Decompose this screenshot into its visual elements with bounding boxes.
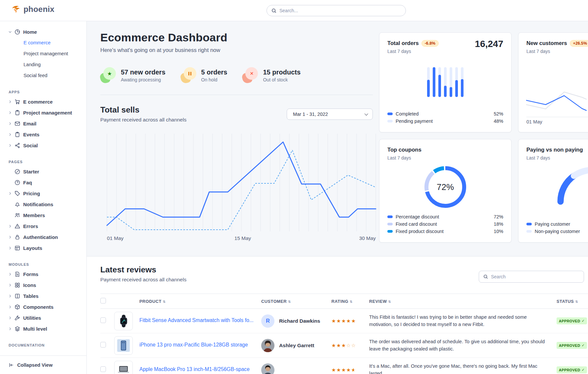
reviews-search[interactable] [479,271,584,283]
row-checkbox[interactable] [100,342,106,348]
sidebar-item-layouts[interactable]: Layouts [9,243,86,254]
sidebar-item-faq[interactable]: Faq [9,177,86,188]
row-checkbox[interactable] [100,317,106,323]
sidebar: Home E commerce Project management Landi… [0,21,87,374]
sort-icon: ⇅ [575,300,578,304]
legend-label: Fixed product discount [396,229,444,234]
sidebar-item-label: Utilities [23,315,41,321]
collapse-arrow-icon [9,362,14,368]
global-search[interactable] [267,5,406,16]
sidebar-item-icons[interactable]: Icons [9,280,86,291]
layers-icon [15,326,20,332]
sidebar-item-label: Layouts [23,245,42,251]
sidebar-item-label: Notifications [23,202,53,207]
review-text: This Fitbit is fantastic! I was trying t… [369,314,557,328]
collapsed-view-toggle[interactable]: Collapsed View [0,355,86,374]
sidebar-item-pricing[interactable]: Pricing [9,188,86,199]
sidebar-item-label: Starter [23,169,39,174]
product-link[interactable]: Apple MacBook Pro 13 inch-M1-8/256GB-spa… [139,366,250,372]
alert-triangle-icon [15,223,20,229]
logo[interactable]: phoenix [11,5,54,14]
sidebar-item-landing[interactable]: Landing [9,59,86,70]
layout-icon [15,245,20,251]
svg-text:30 May: 30 May [359,235,376,241]
svg-text:15 May: 15 May [234,235,251,241]
sidebar-item-label: Email [23,121,36,126]
new-customers-card: New customers +26.5% Last 7 days 01 May [518,32,588,132]
main-content: Ecommerce Dashboard Here's what's going … [87,21,588,374]
reviews-search-input[interactable] [491,274,579,279]
sidebar-item-apps-social[interactable]: Social [9,140,86,151]
sidebar-item-label: Components [23,304,54,310]
chevron-down-icon [365,112,368,115]
avatar: R [261,314,274,328]
sidebar-item-apps-email[interactable]: Email [9,118,86,129]
product-link[interactable]: Fitbit Sense Advanced Smartwatch with To… [139,317,254,323]
chevron-right-icon [9,144,12,147]
chevron-right-icon [9,236,12,239]
sidebar-item-home[interactable]: Home [9,26,86,37]
sidebar-item-apps-ecommerce[interactable]: E commerce [9,96,86,107]
page-subtitle: Here's what's going on at your business … [100,47,379,53]
stat-new-orders: ★ 57 new orders Awating processing [100,67,166,83]
total-orders-card: Total orders -6.8% Last 7 days 16,247 Co… [379,32,512,132]
sidebar-item-errors[interactable]: Errors [9,221,86,232]
search-input[interactable] [279,8,401,13]
sidebar-item-label: E commerce [23,99,53,105]
sort-icon: ⇅ [388,300,391,304]
sidebar-item-label: Pricing [23,191,40,196]
column-header-rating[interactable]: RATING⇅ [331,294,369,309]
sidebar-item-label: Errors [23,223,38,229]
file-text-icon [15,271,20,277]
column-header-customer[interactable]: CUSTOMER⇅ [261,294,331,309]
sidebar-item-apps-project-management[interactable]: Project management [9,107,86,118]
legend-label: Non-paying customer [535,229,580,234]
sidebar-item-ecommerce[interactable]: E commerce [9,37,86,48]
sidebar-item-components[interactable]: Components [9,302,86,312]
chevron-right-icon [9,273,12,276]
latest-reviews-section: Latest reviews Payment received across a… [87,257,588,374]
date-range-select[interactable]: Mar 1 - 31, 2022 [287,109,373,120]
sidebar-item-project-management[interactable]: Project management [9,48,86,59]
card-title: Top coupons [387,147,421,153]
compass-icon [15,169,20,174]
status-badge: APPROVED✓ [557,366,587,373]
check-icon: ✓ [582,368,585,372]
card-title: New customers [526,40,567,47]
column-header-product[interactable]: PRODUCT⇅ [139,294,261,309]
sidebar-section-modules: MODULES [9,262,86,266]
chevron-right-icon [9,316,12,319]
column-header-review[interactable]: REVIEW⇅ [369,294,557,309]
column-header-status[interactable]: STATUS⇅ [557,294,588,309]
legend-chip [387,223,393,225]
sidebar-item-authentication[interactable]: Authentication [9,232,86,243]
divider [100,95,373,95]
sidebar-item-notifications[interactable]: Notifications [9,199,86,210]
select-all-checkbox[interactable] [100,298,106,304]
row-checkbox[interactable] [100,366,106,372]
product-image-macbook[interactable] [114,361,133,374]
sidebar-section-documentation: DOCUMENTATION [9,343,86,347]
sidebar-item-social-feed[interactable]: Social feed [9,70,86,81]
star-icon: ★ [100,67,116,83]
product-image-smartwatch[interactable] [114,312,133,330]
chevron-right-icon [9,247,12,250]
sidebar-item-apps-events[interactable]: Events [9,129,86,140]
sidebar-item-multi-level[interactable]: Multi level [9,323,86,334]
customer-name: Richard Dawkins [279,318,320,324]
product-image-iphone[interactable] [114,336,133,355]
top-coupons-card: Top coupons Last 7 days 72% Percentage d… [379,139,512,243]
sidebar-item-utilities[interactable]: Utilities [9,312,86,323]
card-period: Last 7 days [526,49,588,54]
chevron-right-icon [9,284,12,287]
collapsed-view-label: Collapsed View [17,362,53,368]
trend-badge: -6.8% [421,40,439,47]
sidebar-item-members[interactable]: Members [9,210,86,221]
legend-label: Paying customer [535,221,570,227]
sidebar-item-forms[interactable]: Forms [9,269,86,280]
product-link[interactable]: iPhone 13 pro max-Pacific Blue-128GB sto… [139,342,248,348]
sidebar-item-tables[interactable]: Tables [9,291,86,302]
sort-icon: ⇅ [288,300,291,304]
sidebar-item-starter[interactable]: Starter [9,166,86,177]
review-text: It's a Mac, after all. Once you've gone … [369,363,557,374]
